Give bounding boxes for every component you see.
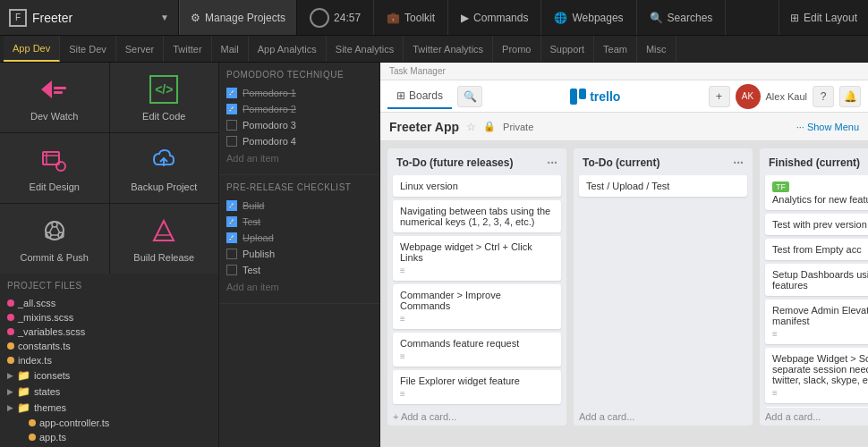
- card-setup-dashboards[interactable]: Setup Dashboards using the new features: [765, 264, 868, 296]
- tab-misc[interactable]: Misc: [637, 36, 677, 62]
- edit-code-button[interactable]: </> Edit Code: [110, 63, 219, 132]
- checklist-build[interactable]: ✓ Build: [226, 198, 372, 214]
- svg-line-13: [56, 226, 60, 233]
- card-commands-feature[interactable]: Commands feature request ≡: [393, 333, 561, 367]
- test2-checkbox[interactable]: [226, 265, 237, 275]
- pomodoro-item-2[interactable]: ✓ Pomodoro 2: [226, 101, 372, 117]
- checklist-publish[interactable]: Publish: [226, 246, 372, 262]
- build-checkbox[interactable]: ✓: [226, 200, 237, 211]
- tab-twitter[interactable]: Twitter: [164, 36, 211, 62]
- folder-icon: 📁: [17, 369, 30, 382]
- trello-boards-tab[interactable]: ⊞ Boards: [387, 84, 452, 109]
- file-mixins-scss[interactable]: _mixins.scss: [7, 310, 211, 325]
- card-remove-admin[interactable]: Remove Admin Elevation / Win manifest ≡: [765, 299, 868, 344]
- pomodoro-add-item[interactable]: Add an item: [226, 149, 372, 167]
- add-card-todo-current[interactable]: Add a card...: [574, 408, 753, 426]
- nav-searches[interactable]: 🔍 Searches: [637, 0, 727, 35]
- tab-app-dev[interactable]: App Dev: [4, 36, 60, 62]
- nav-timer[interactable]: 24:57: [297, 0, 374, 35]
- file-variables-scss[interactable]: _variables.scss: [7, 325, 211, 339]
- svg-rect-3: [43, 152, 59, 164]
- checklist-title: Pre-release Checklist: [226, 182, 372, 192]
- checkbox-2[interactable]: ✓: [226, 104, 237, 114]
- folder-iconsets[interactable]: ▶ 📁 iconsets: [7, 367, 211, 384]
- card-webpage-scenario[interactable]: Webpage Widget > Scenario when a separat…: [765, 348, 868, 403]
- card-commander[interactable]: Commander > Improve Commands ≡: [393, 284, 561, 329]
- col-more-button[interactable]: ···: [547, 156, 557, 170]
- pomodoro-item-4[interactable]: Pomodoro 4: [226, 133, 372, 149]
- folder-themes[interactable]: ▶ 📁 themes: [7, 400, 211, 416]
- pomodoro-item-3[interactable]: Pomodoro 3: [226, 117, 372, 133]
- trello-add-button[interactable]: +: [709, 86, 730, 107]
- show-menu-button[interactable]: ··· Show Menu: [796, 122, 859, 132]
- tab-twitter-analytics[interactable]: Twitter Analytics: [404, 36, 493, 62]
- tab-support[interactable]: Support: [541, 36, 595, 62]
- card-test-upload[interactable]: Test / Upload / Test: [579, 175, 747, 197]
- gear-icon: ⚙: [191, 12, 200, 24]
- checklist-test[interactable]: ✓ Test: [226, 214, 372, 230]
- test-checkbox[interactable]: ✓: [226, 216, 237, 227]
- desc-icon: ≡: [400, 351, 554, 361]
- tab-mail[interactable]: Mail: [212, 36, 249, 62]
- folder-states[interactable]: ▶ 📁 states: [7, 384, 211, 400]
- logo-icon: F: [9, 9, 27, 27]
- card-linux[interactable]: Linux version: [393, 175, 561, 197]
- card-prev-version[interactable]: Test with prev version data files: [765, 214, 868, 235]
- tab-site-analytics[interactable]: Site Analytics: [327, 36, 404, 62]
- tab-promo[interactable]: Promo: [493, 36, 540, 62]
- file-constants-ts[interactable]: constants.ts: [7, 339, 211, 353]
- card-analytics[interactable]: TF Analytics for new features: [765, 175, 868, 210]
- col-more-button[interactable]: ···: [733, 156, 744, 170]
- app-name: Freeter: [32, 11, 155, 25]
- trello-notification-button[interactable]: 🔔: [839, 86, 861, 107]
- nav-toolkit[interactable]: 💼 Toolkit: [374, 0, 448, 35]
- svg-rect-1: [54, 87, 66, 89]
- chevron-right-icon: ▶: [7, 371, 13, 380]
- commit-push-button[interactable]: Commit & Push: [0, 204, 109, 274]
- checkbox-3[interactable]: [226, 120, 237, 131]
- checkbox-1[interactable]: ✓: [226, 88, 237, 98]
- tf-label: TF: [772, 181, 789, 192]
- nav-commands[interactable]: ▶ Commands: [448, 0, 541, 35]
- task-manager: Task Manager ⊞ Boards 🔍 trello + AK: [380, 63, 868, 447]
- publish-checkbox[interactable]: [226, 249, 237, 259]
- tab-app-analytics[interactable]: App Analytics: [249, 36, 327, 62]
- add-card-finished[interactable]: Add a card...: [760, 408, 868, 426]
- star-icon[interactable]: ☆: [466, 121, 476, 133]
- dev-watch-button[interactable]: Dev Watch: [0, 63, 109, 132]
- tab-server[interactable]: Server: [116, 36, 164, 62]
- manage-projects-button[interactable]: ⚙ Manage Projects: [179, 0, 297, 35]
- desc-icon: ≡: [772, 329, 868, 339]
- file-index-ts[interactable]: index.ts: [7, 353, 211, 367]
- card-empty-acc[interactable]: Test from Empty acc: [765, 239, 868, 260]
- kanban-col-todo-current: To-Do (current) ··· Test / Upload / Test…: [574, 148, 753, 426]
- tab-team[interactable]: Team: [594, 36, 637, 62]
- card-file-explorer[interactable]: File Explorer widget feature ≡: [393, 370, 561, 404]
- file-all-scss[interactable]: _all.scss: [7, 296, 211, 310]
- edit-design-button[interactable]: Edit Design: [0, 133, 109, 203]
- ts-dot: [7, 342, 14, 350]
- task-manager-label: Task Manager: [380, 63, 868, 80]
- build-release-button[interactable]: Build Release: [110, 204, 219, 274]
- nav-webpages[interactable]: 🌐 Webpages: [541, 0, 636, 35]
- card-tabs-nav[interactable]: Navigating between tabs using the numeri…: [393, 200, 561, 232]
- app-logo[interactable]: F Freeter ▼: [0, 0, 179, 35]
- pomodoro-item-1[interactable]: ✓ Pomodoro 1: [226, 85, 372, 101]
- trello-bell-button[interactable]: ?: [813, 86, 834, 107]
- add-card-todo-future[interactable]: + Add a card...: [387, 408, 566, 426]
- desc-icon: ≡: [400, 389, 554, 399]
- upload-checkbox[interactable]: ✓: [226, 232, 237, 243]
- trello-search-button[interactable]: 🔍: [457, 86, 482, 107]
- ts-dot: [7, 357, 14, 364]
- file-app-ts[interactable]: app.ts: [7, 430, 211, 444]
- edit-layout-button[interactable]: ⊞ Edit Layout: [779, 0, 868, 35]
- checklist-add-item[interactable]: Add an item: [226, 278, 372, 296]
- backup-project-button[interactable]: Backup Project: [110, 133, 219, 203]
- file-app-controller[interactable]: app-controller.ts: [7, 416, 211, 430]
- tab-site-dev[interactable]: Site Dev: [60, 36, 116, 62]
- checklist-test2[interactable]: Test: [226, 262, 372, 278]
- card-webpage-ctrl[interactable]: Webpage widget > Ctrl + Click Links ≡: [393, 236, 561, 281]
- checklist-section: Pre-release Checklist ✓ Build ✓ Test ✓ U…: [219, 175, 379, 304]
- checklist-upload[interactable]: ✓ Upload: [226, 230, 372, 246]
- checkbox-4[interactable]: [226, 136, 237, 147]
